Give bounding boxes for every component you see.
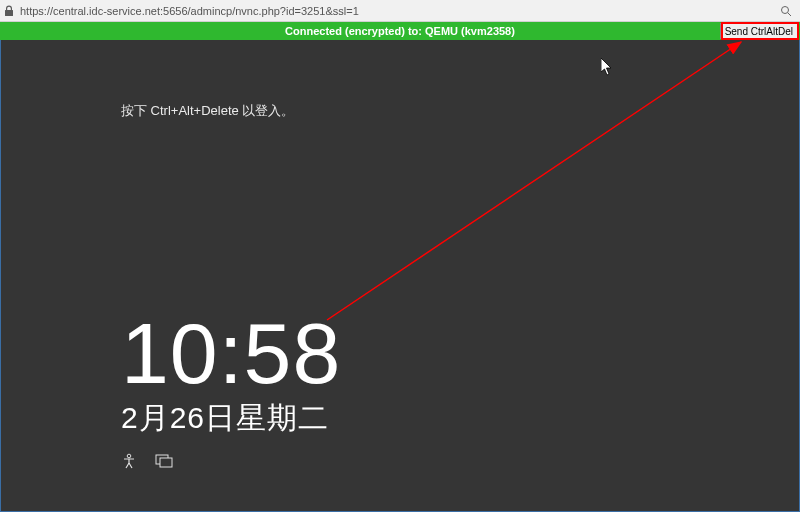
vnc-status-text: Connected (encrypted) to: QEMU (kvm2358) <box>285 25 515 37</box>
url-text[interactable]: https://central.idc-service.net:5656/adm… <box>20 5 774 17</box>
browser-address-bar: https://central.idc-service.net:5656/adm… <box>0 0 800 22</box>
vnc-status-bar: Connected (encrypted) to: QEMU (kvm2358)… <box>0 22 800 40</box>
svg-rect-4 <box>160 458 172 467</box>
lockscreen-status-icons <box>121 453 341 469</box>
svg-point-0 <box>782 6 789 13</box>
login-prompt-text: 按下 Ctrl+Alt+Delete 以登入。 <box>121 102 294 120</box>
mouse-cursor-icon <box>601 58 613 80</box>
lockscreen-clock: 10:58 2月26日星期二 <box>121 310 341 469</box>
ease-of-access-icon <box>121 453 137 469</box>
svg-line-6 <box>327 42 741 320</box>
vnc-remote-screen[interactable]: 按下 Ctrl+Alt+Delete 以登入。 10:58 2月26日星期二 <box>0 40 800 512</box>
clock-date: 2月26日星期二 <box>121 398 341 439</box>
svg-point-2 <box>127 454 131 458</box>
send-ctrlaltdel-button[interactable]: Send CtrlAltDel <box>720 23 798 39</box>
clock-time: 10:58 <box>121 310 341 396</box>
svg-line-1 <box>788 12 791 15</box>
magnifier-icon[interactable] <box>780 5 796 17</box>
network-icon <box>155 454 173 468</box>
lock-icon <box>4 5 14 17</box>
